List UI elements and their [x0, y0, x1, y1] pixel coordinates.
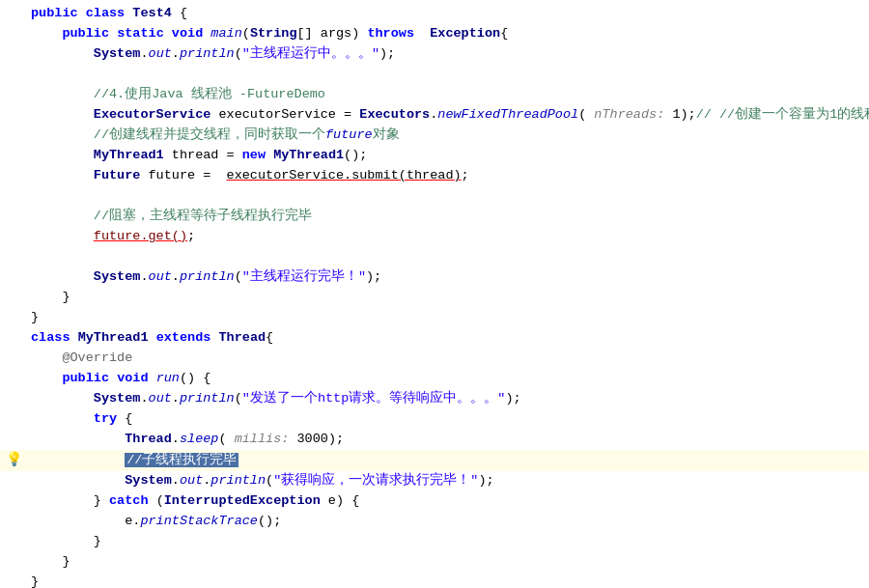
gutter-23: 💡 — [0, 450, 27, 471]
line-9: Future future = executorService.submit(t… — [0, 166, 869, 186]
code-b3 — [27, 247, 39, 267]
code-editor: public class Test4 { public static void … — [0, 0, 869, 588]
code-9: Future future = executorService.submit(t… — [27, 166, 469, 186]
code-15: } — [27, 288, 70, 308]
line-14: System.out.println("主线程运行完毕！"); — [0, 267, 869, 288]
code-25: } catch (InterruptedException e) { — [27, 491, 359, 512]
code-23: //子线程执行完毕 — [27, 451, 238, 471]
line-18: @Override — [0, 349, 869, 369]
line-19: public void run() { — [0, 369, 869, 389]
line-24: System.out.println("获得响应，一次请求执行完毕！"); — [0, 471, 869, 491]
code-2: public static void main(String[] args) t… — [27, 24, 508, 44]
code-20: System.out.println("发送了一个http请求。等待响应中。。。… — [27, 389, 521, 409]
line-22: Thread.sleep( millis: 3000); — [0, 430, 869, 450]
code-8: MyThread1 thread = new MyThread1(); — [27, 146, 367, 166]
line-16: } — [0, 308, 869, 328]
code-3: System.out.println("主线程运行中。。。"); — [27, 44, 395, 65]
line-blank2 — [0, 186, 869, 207]
line-11: //阻塞，主线程等待子线程执行完毕 — [0, 207, 869, 227]
code-12: future.get(); — [27, 227, 195, 247]
line-blank3 — [0, 247, 869, 267]
code-29: } — [27, 573, 39, 588]
code-11: //阻塞，主线程等待子线程执行完毕 — [27, 207, 312, 227]
code-19: public void run() { — [27, 369, 210, 389]
code-18: @Override — [27, 349, 132, 369]
code-28: } — [27, 552, 70, 573]
code-6: ExecutorService executorService = Execut… — [27, 105, 869, 126]
code-26: e.printStackTrace(); — [27, 512, 281, 532]
line-29: } — [0, 573, 869, 588]
line-23: 💡 //子线程执行完毕 — [0, 450, 869, 471]
line-7: //创建线程并提交线程，同时获取一个future对象 — [0, 126, 869, 146]
line-2: public static void main(String[] args) t… — [0, 24, 869, 44]
line-6: ExecutorService executorService = Execut… — [0, 105, 869, 126]
lightbulb-icon: 💡 — [6, 450, 22, 471]
line-3: System.out.println("主线程运行中。。。"); — [0, 44, 869, 65]
line-26: e.printStackTrace(); — [0, 512, 869, 532]
code-14: System.out.println("主线程运行完毕！"); — [27, 267, 381, 288]
line-8: MyThread1 thread = new MyThread1(); — [0, 146, 869, 166]
code-b1 — [27, 65, 39, 85]
code-7: //创建线程并提交线程，同时获取一个future对象 — [27, 126, 400, 146]
line-5: //4.使用Java 线程池 -FutureDemo — [0, 85, 869, 105]
code-17: class MyThread1 extends Thread{ — [27, 328, 273, 349]
line-21: try { — [0, 409, 869, 430]
code-b2 — [27, 186, 39, 207]
line-25: } catch (InterruptedException e) { — [0, 491, 869, 512]
line-15: } — [0, 288, 869, 308]
line-27: } — [0, 532, 869, 552]
code-27: } — [27, 532, 101, 552]
code-22: Thread.sleep( millis: 3000); — [27, 430, 344, 450]
line-12: future.get(); — [0, 227, 869, 247]
code-1: public class Test4 { — [27, 4, 187, 24]
code-16: } — [27, 308, 39, 328]
code-5: //4.使用Java 线程池 -FutureDemo — [27, 85, 325, 105]
highlighted-comment: //子线程执行完毕 — [125, 453, 238, 467]
line-20: System.out.println("发送了一个http请求。等待响应中。。。… — [0, 389, 869, 409]
line-17: class MyThread1 extends Thread{ — [0, 328, 869, 349]
code-24: System.out.println("获得响应，一次请求执行完毕！"); — [27, 471, 494, 491]
line-blank1 — [0, 65, 869, 85]
line-28: } — [0, 552, 869, 573]
code-21: try { — [27, 409, 132, 430]
line-1: public class Test4 { — [0, 4, 869, 24]
